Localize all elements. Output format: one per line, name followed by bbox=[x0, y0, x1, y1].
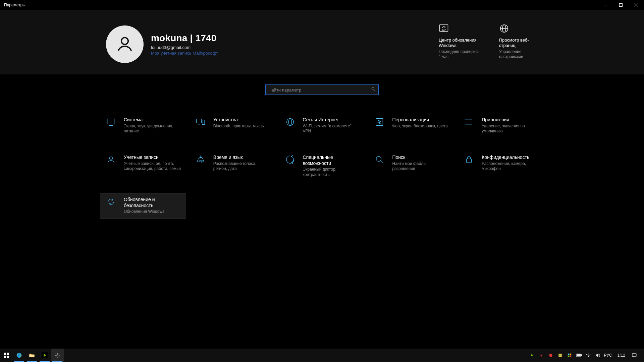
svg-rect-15 bbox=[202, 120, 205, 124]
nvidia-icon bbox=[42, 352, 48, 358]
quick-sub: Управление настройками bbox=[499, 49, 539, 59]
svg-line-30 bbox=[291, 156, 292, 157]
category-sub: Учетные записи, эл. почта, синхронизация… bbox=[124, 161, 181, 172]
profile-text: mokuna | 1740 loi.uud3@gmail.com Моя уче… bbox=[151, 33, 218, 56]
tray-wifi-icon[interactable] bbox=[585, 352, 591, 358]
action-center-button[interactable] bbox=[631, 352, 637, 358]
category-devices[interactable]: УстройстваBluetooth, принтеры, мышь bbox=[190, 113, 276, 139]
svg-rect-36 bbox=[7, 353, 9, 355]
quick-title: Центр обновления Windows bbox=[439, 38, 479, 49]
svg-point-52 bbox=[588, 356, 589, 357]
close-button[interactable] bbox=[629, 0, 644, 10]
category-personal[interactable]: ПерсонализацияФон, экран блокировки, цве… bbox=[368, 113, 454, 139]
svg-rect-35 bbox=[4, 353, 6, 355]
category-title: Поиск bbox=[392, 155, 449, 161]
devices-icon bbox=[195, 117, 207, 129]
category-title: Обновление и безопасность bbox=[124, 197, 181, 208]
svg-text:A字: A字 bbox=[198, 160, 203, 163]
profile-email: loi.uud3@gmail.com bbox=[151, 45, 218, 50]
tray-nvidia-icon[interactable] bbox=[529, 352, 535, 358]
taskbar-right: РУС 1:12 bbox=[529, 349, 644, 362]
category-title: Учетные записи bbox=[124, 155, 181, 161]
category-sub: Экранный диктор, контрастность bbox=[303, 167, 360, 177]
minimize-button[interactable] bbox=[598, 0, 613, 10]
ease-icon bbox=[284, 155, 296, 167]
category-privacy[interactable]: КонфиденциальностьРасположение, камера, … bbox=[458, 151, 544, 181]
svg-point-43 bbox=[549, 354, 552, 357]
sync-icon bbox=[439, 23, 479, 36]
category-search[interactable]: ПоискНайти мои файлы, разрешения bbox=[368, 151, 454, 181]
search-box[interactable] bbox=[265, 84, 379, 95]
taskbar-explorer[interactable] bbox=[25, 349, 38, 362]
edge-icon bbox=[16, 352, 22, 359]
tray-volume-icon[interactable] bbox=[595, 352, 601, 358]
category-title: Система bbox=[124, 117, 181, 123]
maximize-button[interactable] bbox=[613, 0, 629, 10]
minimize-icon bbox=[604, 3, 607, 7]
avatar[interactable] bbox=[106, 25, 144, 63]
svg-rect-37 bbox=[4, 356, 6, 358]
category-update[interactable]: Обновление и безопасностьОбновления Wind… bbox=[100, 193, 186, 219]
taskbar-clock[interactable]: 1:12 bbox=[618, 353, 625, 358]
category-ease[interactable]: Специальные возможностиЭкранный диктор, … bbox=[279, 151, 365, 181]
tray-record-icon[interactable] bbox=[548, 352, 554, 358]
svg-rect-20 bbox=[376, 119, 383, 126]
accounts-icon bbox=[105, 155, 117, 167]
category-title: Конфиденциальность bbox=[482, 155, 539, 161]
svg-rect-38 bbox=[7, 356, 9, 358]
quick-web-browsing[interactable]: Просмотр веб-страниц Управление настройк… bbox=[499, 23, 539, 59]
microsoft-account-link[interactable]: Моя учетная запись Майкрософт bbox=[151, 51, 218, 56]
network-icon bbox=[284, 117, 296, 129]
category-sub: Найти мои файлы, разрешения bbox=[392, 161, 449, 172]
category-system[interactable]: СистемаЭкран, звук, уведомления, питание bbox=[100, 113, 186, 139]
svg-rect-51 bbox=[577, 354, 580, 356]
tray-down-arrow-icon[interactable] bbox=[538, 352, 544, 358]
tray-battery-icon[interactable] bbox=[576, 352, 582, 358]
category-sub: Распознавание голоса, регион, дата bbox=[213, 161, 270, 172]
taskbar-language[interactable]: РУС bbox=[604, 353, 612, 358]
taskbar-settings[interactable] bbox=[51, 349, 64, 362]
category-sub: Wi-Fi, режим "в самолете", VPN bbox=[303, 124, 360, 134]
taskbar-nvidia[interactable] bbox=[38, 349, 51, 362]
tray-app-icon[interactable] bbox=[567, 352, 573, 358]
search-input[interactable] bbox=[268, 87, 371, 93]
svg-point-29 bbox=[286, 156, 294, 164]
category-apps[interactable]: ПриложенияУдаление, значения по умолчани… bbox=[458, 113, 544, 139]
svg-line-33 bbox=[381, 161, 383, 163]
category-accounts[interactable]: Учетные записиУчетные записи, эл. почта,… bbox=[100, 151, 186, 181]
category-sub: Экран, звук, уведомления, питание bbox=[124, 124, 181, 134]
titlebar: Параметры bbox=[0, 0, 644, 10]
search-icon bbox=[371, 87, 376, 93]
header-band: mokuna | 1740 loi.uud3@gmail.com Моя уче… bbox=[0, 10, 644, 74]
category-title: Время и язык bbox=[213, 155, 270, 161]
quick-windows-update[interactable]: Центр обновления Windows Последняя прове… bbox=[439, 23, 479, 59]
svg-point-9 bbox=[372, 87, 374, 90]
quick-sub: Последняя проверка: 1 час bbox=[439, 49, 479, 59]
category-time[interactable]: A字Время и языкРаспознавание голоса, реги… bbox=[190, 151, 276, 181]
category-title: Сеть и Интернет bbox=[303, 117, 360, 123]
svg-point-25 bbox=[465, 122, 465, 122]
svg-line-10 bbox=[374, 89, 375, 90]
category-network[interactable]: Сеть и ИнтернетWi-Fi, режим "в самолете"… bbox=[279, 113, 365, 139]
svg-point-27 bbox=[109, 157, 112, 160]
search-wrap bbox=[265, 84, 379, 95]
category-sub: Удаление, значения по умолчанию bbox=[482, 124, 539, 134]
svg-rect-45 bbox=[568, 354, 569, 355]
start-button[interactable] bbox=[0, 349, 13, 362]
globe-icon bbox=[499, 23, 539, 36]
category-sub: Bluetooth, принтеры, мышь bbox=[213, 124, 264, 129]
taskbar-edge[interactable] bbox=[13, 349, 25, 362]
categories-grid: СистемаЭкран, звук, уведомления, питание… bbox=[100, 113, 544, 219]
profile-block: mokuna | 1740 loi.uud3@gmail.com Моя уче… bbox=[106, 25, 218, 63]
system-icon bbox=[105, 117, 117, 129]
user-icon bbox=[115, 35, 135, 54]
window-controls bbox=[598, 0, 644, 10]
quick-area: Центр обновления Windows Последняя прове… bbox=[439, 23, 539, 59]
svg-rect-40 bbox=[30, 355, 35, 357]
category-sub: Фон, экран блокировки, цвета bbox=[392, 124, 448, 129]
personal-icon bbox=[373, 117, 385, 129]
category-title: Устройства bbox=[213, 117, 264, 123]
category-title: Персонализация bbox=[392, 117, 448, 123]
category-sub: Расположение, камера, микрофон bbox=[482, 161, 539, 172]
tray-shield-icon[interactable] bbox=[557, 352, 563, 358]
